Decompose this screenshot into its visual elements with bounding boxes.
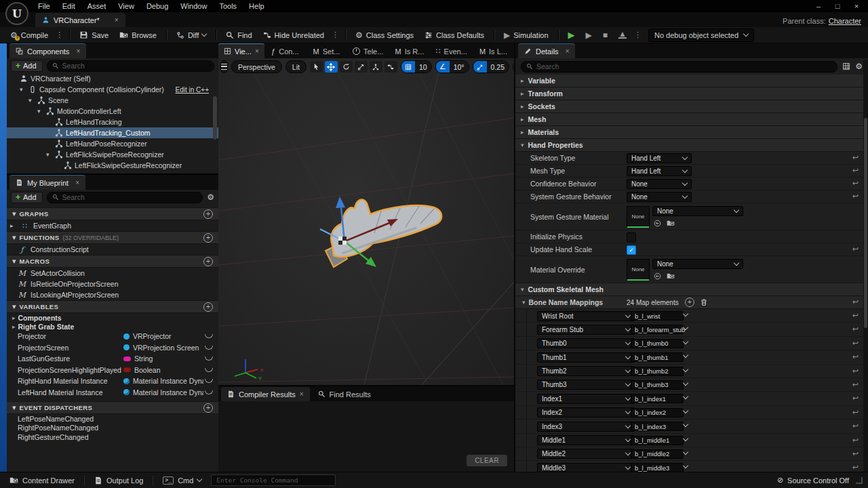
variable-row[interactable]: ProjectionScreenHighlightPlayed Boolean xyxy=(7,365,218,376)
menu-item[interactable]: View xyxy=(113,1,140,12)
details-section-header[interactable]: ▸ Mesh xyxy=(515,113,868,126)
expander-arrow-icon[interactable]: ▾ xyxy=(28,97,36,104)
component-tree-row[interactable]: ▾ LeftFlickSwipePoseRecognizer xyxy=(7,149,218,160)
my-blueprint-tab-close-icon[interactable]: × xyxy=(75,179,79,186)
property-dropdown[interactable]: Hand Left xyxy=(627,153,692,163)
bone-name-field[interactable]: b_l_index1 xyxy=(631,394,684,403)
add-graph-icon[interactable]: + xyxy=(203,209,213,219)
expander-arrow-icon[interactable]: ▾ xyxy=(20,86,27,93)
move-tool-button[interactable] xyxy=(325,61,338,73)
bone-name-chevron-icon[interactable] xyxy=(683,352,688,358)
bone-name-mappings-header[interactable]: ▾ Bone Name Mappings 24 Map elements + xyxy=(515,296,868,309)
camera-speed-control[interactable]: 4 xyxy=(513,60,514,73)
bone-name-chevron-icon[interactable] xyxy=(683,380,688,386)
stop-button[interactable]: ■ xyxy=(598,28,612,42)
eject-button[interactable]: ▲ xyxy=(614,29,631,41)
console-command-input[interactable]: Enter Console Command xyxy=(211,474,336,486)
maximize-button[interactable]: □ xyxy=(830,2,845,10)
event-dispatcher-item[interactable]: RightPoseNameChanged xyxy=(7,424,218,433)
reset-to-default-icon[interactable] xyxy=(852,352,859,361)
component-tree-row[interactable]: VRCharacter (Self) xyxy=(7,73,218,84)
details-section-header[interactable]: ▸ Sockets xyxy=(515,100,868,113)
3d-viewport[interactable]: Perspective Lit 10 ∠ 10° 0 xyxy=(218,58,514,385)
asset-dropdown[interactable]: None xyxy=(652,206,743,216)
menu-item[interactable]: Edit xyxy=(57,1,81,12)
visibility-eye-icon[interactable] xyxy=(203,379,213,383)
reset-to-default-icon[interactable] xyxy=(852,449,859,458)
details-tab-close-icon[interactable]: × xyxy=(566,47,570,55)
bone-name-field[interactable]: b_l_middle2 xyxy=(631,449,684,459)
menu-item[interactable]: Asset xyxy=(82,1,112,12)
add-variable-icon[interactable]: + xyxy=(203,302,213,312)
graphs-section-header[interactable]: ▾ GRAPHS + xyxy=(7,207,218,220)
tab-details[interactable]: Details × xyxy=(518,43,575,58)
variable-category[interactable]: ▸ Components xyxy=(7,313,218,322)
bone-name-chevron-icon[interactable] xyxy=(683,407,688,413)
bone-name-field[interactable]: b_l_thumb3 xyxy=(631,380,684,390)
bone-name-field[interactable]: b_l_thumb1 xyxy=(631,352,684,362)
variable-row[interactable]: ProjectorScreen VRProjection Screen xyxy=(7,342,218,354)
frame-skip-button[interactable]: ▶ xyxy=(581,28,597,42)
bone-slot-dropdown[interactable]: Index1 xyxy=(537,394,635,404)
reset-to-default-icon[interactable] xyxy=(852,463,859,472)
display-filter-icon[interactable] xyxy=(842,62,850,70)
visibility-eye-icon[interactable] xyxy=(203,346,213,350)
menu-item[interactable]: Help xyxy=(243,1,270,12)
browse-to-asset-icon[interactable] xyxy=(667,272,675,280)
component-tree-row[interactable]: LeftHandPoseRecognizer xyxy=(7,138,218,149)
add-map-element-icon[interactable]: + xyxy=(685,298,694,307)
select-tool-button[interactable] xyxy=(310,61,323,73)
macro-item[interactable]: M IsReticleOnProjectorScreen xyxy=(7,279,218,289)
parent-class-link[interactable]: Character xyxy=(829,17,861,25)
graph-tab[interactable]: ƒ Con... × xyxy=(264,44,306,58)
lit-dropdown[interactable]: Lit xyxy=(285,60,307,73)
variable-category[interactable]: ▸ Right Grab State xyxy=(7,322,218,331)
event-dispatchers-section-header[interactable]: ▾ EVENT DISPATCHERS + xyxy=(7,401,218,414)
component-tree-row[interactable]: LeftHandTracking_Custom xyxy=(7,127,218,138)
tab-find-results[interactable]: Find Results xyxy=(311,387,378,401)
add-macro-icon[interactable]: + xyxy=(203,257,213,266)
reset-to-default-icon[interactable] xyxy=(852,311,859,320)
graph-tab[interactable]: M Is R... × xyxy=(389,44,430,58)
browse-button[interactable]: Browse xyxy=(115,28,161,41)
asset-tab-close-icon[interactable]: × xyxy=(115,16,119,24)
bone-slot-dropdown[interactable]: Forearm Stub xyxy=(537,325,635,335)
property-dropdown[interactable]: None xyxy=(627,192,692,202)
graph-tab[interactable]: Tele... × xyxy=(347,44,389,58)
functions-section-header[interactable]: ▾ FUNCTIONS (32 OVERRIDABLE) + xyxy=(7,231,218,244)
reset-to-default-icon[interactable] xyxy=(852,153,859,162)
reset-to-default-icon[interactable] xyxy=(852,436,859,445)
bone-name-field[interactable]: b_l_index2 xyxy=(631,408,684,418)
reset-to-default-icon[interactable] xyxy=(852,245,859,253)
reset-to-default-icon[interactable] xyxy=(852,408,859,417)
content-drawer-button[interactable]: Content Drawer xyxy=(5,476,79,485)
asset-thumbnail[interactable]: None xyxy=(627,206,650,226)
visibility-eye-icon[interactable] xyxy=(203,368,213,372)
asset-thumbnail[interactable]: None xyxy=(627,259,650,279)
simulation-button[interactable]: ▶ Simulation xyxy=(499,28,553,42)
component-tree-row[interactable]: LeftHandTracking xyxy=(7,117,218,127)
graph-tab[interactable]: ∷ Even... × xyxy=(431,44,473,58)
graph-item[interactable]: ▸ ∷ EventGraph xyxy=(7,220,218,231)
components-search-input[interactable]: Search xyxy=(47,60,214,72)
trash-icon[interactable] xyxy=(700,298,708,306)
minimize-button[interactable]: – xyxy=(811,2,826,10)
actor-snap-button[interactable] xyxy=(384,61,397,73)
surface-snap-button[interactable] xyxy=(370,61,382,73)
add-blueprint-item-button[interactable]: +Add xyxy=(11,192,43,203)
variables-section-header[interactable]: ▾ VARIABLES + xyxy=(7,300,218,313)
property-dropdown[interactable]: Hand Left xyxy=(627,166,692,176)
bone-name-field[interactable]: b_l_thumb0 xyxy=(631,339,684,348)
variable-row[interactable]: LeftHand Material Instance Material Inst… xyxy=(7,387,218,399)
viewport-options-menu[interactable] xyxy=(220,60,228,73)
bone-name-chevron-icon[interactable] xyxy=(683,394,688,399)
reset-to-default-icon[interactable] xyxy=(852,422,859,430)
variable-row[interactable]: RightHand Material Instance Material Ins… xyxy=(7,375,218,387)
use-selected-asset-icon[interactable] xyxy=(654,272,661,280)
components-tab-close-icon[interactable]: × xyxy=(76,47,80,55)
component-tree-row[interactable]: ▾ Capsule Component (CollisionCylinder) … xyxy=(7,84,218,95)
bone-name-field[interactable]: b_l_wrist xyxy=(631,311,684,321)
graph-tab[interactable]: Vie... × xyxy=(218,43,264,58)
initialize-physics-checkbox[interactable] xyxy=(627,232,636,242)
menu-item[interactable]: File xyxy=(33,1,56,12)
